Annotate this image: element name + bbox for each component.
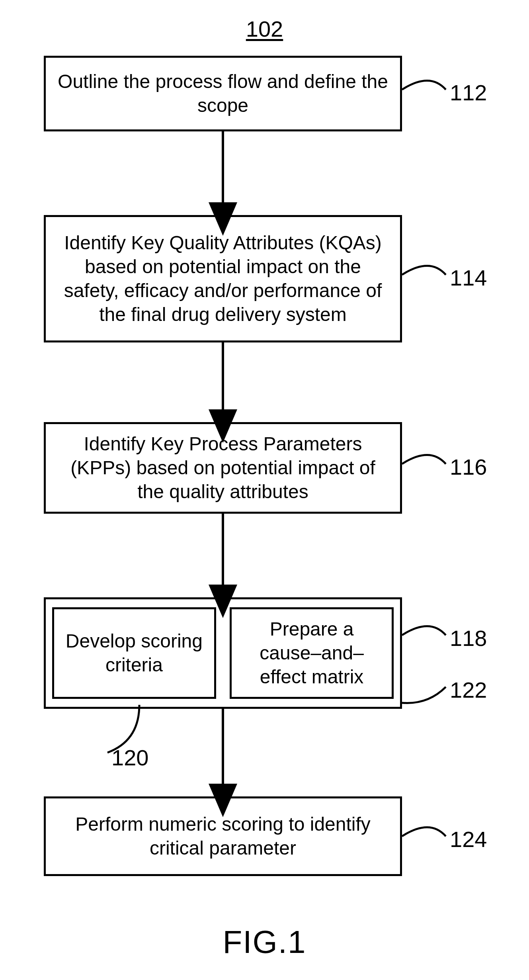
diagram-title: 102 — [246, 16, 283, 42]
step-text-112: Outline the process flow and define the … — [58, 70, 388, 117]
callout-118 — [402, 626, 446, 636]
step-box-112: Outline the process flow and define the … — [44, 56, 402, 131]
step-text-114: Identify Key Quality Attributes (KQAs) b… — [58, 231, 388, 327]
step-text-120: Develop scoring criteria — [63, 629, 205, 677]
step-text-116: Identify Key Process Parameters (KPPs) b… — [58, 432, 388, 504]
step-box-118: Develop scoring criteria Prepare a cause… — [44, 597, 402, 709]
step-box-114: Identify Key Quality Attributes (KQAs) b… — [44, 215, 402, 342]
step-box-124: Perform numeric scoring to identify crit… — [44, 796, 402, 876]
step-text-122: Prepare a cause–and–effect matrix — [240, 617, 383, 689]
ref-label-122: 122 — [450, 677, 487, 703]
callout-124 — [402, 827, 446, 837]
ref-label-118: 118 — [450, 625, 487, 651]
diagram-page: 102 Outline the process flow and define … — [0, 0, 529, 980]
callout-116 — [402, 455, 446, 464]
ref-label-114: 114 — [450, 265, 487, 291]
callout-122 — [402, 687, 446, 703]
step-box-116: Identify Key Process Parameters (KPPs) b… — [44, 422, 402, 514]
callout-114 — [402, 266, 446, 275]
step-box-122: Prepare a cause–and–effect matrix — [230, 607, 394, 699]
callout-112 — [402, 81, 446, 90]
ref-label-116: 116 — [450, 454, 487, 480]
ref-label-124: 124 — [450, 826, 487, 852]
ref-label-120: 120 — [111, 745, 148, 771]
ref-label-112: 112 — [450, 80, 487, 106]
step-text-124: Perform numeric scoring to identify crit… — [58, 812, 388, 860]
step-box-120: Develop scoring criteria — [52, 607, 216, 699]
figure-caption: FIG.1 — [223, 924, 306, 960]
